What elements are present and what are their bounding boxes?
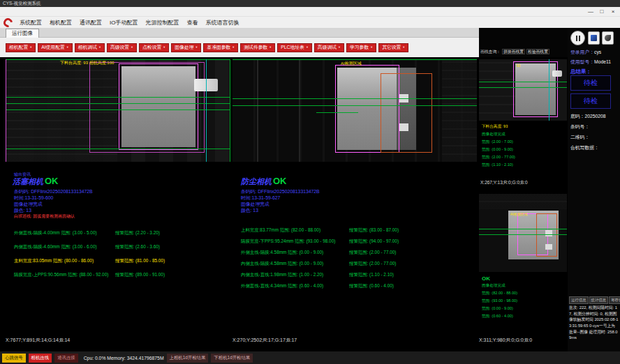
status-bar: 心跳信号 相机连线 通讯连接 Cpu: 0.0% Memory: 3424.41… xyxy=(0,351,620,364)
toolbar-button-advanced-debug[interactable]: 高级调试▼ xyxy=(314,43,344,52)
overlay-label: 93 xyxy=(517,63,521,68)
dropdown-icon: ▼ xyxy=(370,43,373,52)
alert-line: 白班巡线: 圆弧需要检测画面确认 xyxy=(14,213,75,220)
dropdown-icon: ▼ xyxy=(306,43,309,52)
result-text-line: 范围: (0.00 - 9.00) xyxy=(482,306,513,312)
machine-structure xyxy=(257,59,258,162)
center-camera-image[interactable]: AI检测区域 xyxy=(232,59,477,162)
login-user-label: 登录用户： xyxy=(570,50,594,54)
toolbar-button-image-process[interactable]: 图像处理▼ xyxy=(171,43,201,52)
write-data-label: 合机写数据： xyxy=(570,145,599,150)
calibration-button[interactable] xyxy=(588,31,600,45)
maximize-button[interactable]: □ xyxy=(596,7,607,17)
measure-line-overlay xyxy=(479,82,567,82)
measurement-row: 外侧直线-隔膜-4.00mm 范围: (3.00 - 5.00)报警范围: (2… xyxy=(14,230,160,236)
date-code-value: 20250208 xyxy=(584,114,605,119)
measure-line-overlay xyxy=(232,59,477,60)
menu-item-light-control[interactable]: 光源控制配置 xyxy=(145,19,179,26)
measure-line-overlay xyxy=(6,149,230,149)
result-status: OK xyxy=(45,176,59,186)
tool-button[interactable] xyxy=(602,31,614,45)
menu-item-camera-config[interactable]: 相机配置 xyxy=(50,19,72,26)
measure-line-overlay xyxy=(6,97,230,98)
pixel-coordinates: X:267;Y:13;R:0;G:0;B:0 xyxy=(480,180,528,185)
result-text-line: 范围: (2.00 - 77.00) xyxy=(482,155,515,160)
date-code-row: 底码：20250208 xyxy=(570,113,606,120)
toolbar-button-plc-address[interactable]: PLC地址表▼ xyxy=(277,43,312,52)
titlebar: CYS-视觉检测系统 xyxy=(0,0,620,7)
dropdown-icon: ▼ xyxy=(402,43,405,52)
toolbar-button-ai-config[interactable]: AI使用配置▼ xyxy=(38,43,73,52)
draw-query-label: 画线查询： xyxy=(480,50,501,54)
window-control-strip: — □ × xyxy=(0,7,620,17)
result-box-1: 待检 xyxy=(570,75,611,91)
left-camera-image[interactable]: 下料台高度: 93 相机高度:100 xyxy=(6,59,230,162)
camera-name: 活塞相机 xyxy=(13,177,43,185)
measure-line-overlay xyxy=(206,59,207,162)
toolbar-button-other-settings[interactable]: 其它设置▼ xyxy=(378,43,408,52)
cpu-memory-status: Cpu: 0.0% Memory: 3424.41796875M xyxy=(84,356,164,361)
qr-code-row: 二维码： xyxy=(570,134,589,141)
result-status: OK xyxy=(482,275,490,282)
tab-run-image[interactable]: 运行图像 xyxy=(6,29,39,38)
menu-item-io-manual[interactable]: IO手动配置 xyxy=(110,19,138,26)
camera-result-title: 防尘相机OK xyxy=(241,176,287,187)
measurement-row: 隔膜宽度-下PPS:95.24mm 范围: (93.00 - 98.00)报警范… xyxy=(241,238,399,245)
write-data-row: 合机写数据： xyxy=(570,144,599,151)
info-tabs: 运行信息 统计信息 寄存信息 xyxy=(569,296,620,304)
measurement-row: 内侧主线-直线:1.98mm 范围: (1.00 - 2.20)报警范围: (1… xyxy=(241,272,394,278)
measure-line-overlay xyxy=(232,98,477,99)
measurement-row: 外侧直线-直线:4.34mm 范围: (0.60 - 4.00)报警范围: (0… xyxy=(241,283,394,289)
close-button[interactable]: × xyxy=(607,7,619,17)
dropdown-icon: ▼ xyxy=(338,43,341,52)
heartbeat-status-badge: 心跳信号 xyxy=(2,354,26,363)
toolbar-button-camera-debug[interactable]: 相机调试▼ xyxy=(75,43,105,52)
menu-item-language[interactable]: 系统语言切换 xyxy=(205,19,239,26)
draw-line-button-2[interactable]: 检验画线置 xyxy=(526,49,549,54)
camera-result-title: 活塞相机OK xyxy=(13,176,59,187)
toolbar-button-test-piece-params[interactable]: 测试件参数▼ xyxy=(240,43,275,52)
roi-box xyxy=(513,61,558,117)
menu-item-view[interactable]: 查看 xyxy=(186,19,198,26)
measure-line-overlay xyxy=(479,234,567,235)
result-text-line: 范围: (0.60 - 4.00) xyxy=(482,314,513,319)
toolbar-button-camera-config[interactable]: 相机配置▼ xyxy=(6,43,36,52)
tab-stat-info[interactable]: 统计信息 xyxy=(589,296,609,304)
result-status: OK xyxy=(273,176,287,186)
menu-item-system-config[interactable]: 系统配置 xyxy=(20,19,42,26)
small-camera-image-bottom[interactable]: AI检测区域 xyxy=(479,194,567,272)
pause-icon xyxy=(576,36,577,41)
draw-line-button-1[interactable]: 拼接画线置 xyxy=(502,49,525,54)
toolbar-button-advanced-settings[interactable]: 高级设置▼ xyxy=(107,43,137,52)
window-controls: — □ × xyxy=(585,7,619,17)
overlay-label: 下料台高度: 93 相机高度:100 xyxy=(60,60,114,66)
center-camera-view: AI检测区域 防尘相机OK 条码码: DFFlinx20250208133134… xyxy=(232,57,477,351)
result-text-line: 下料台高度: 93 xyxy=(482,124,508,130)
toolbar-button-base-image-params[interactable]: 基准图参数▼ xyxy=(203,43,238,52)
toolbar-button-spot-check[interactable]: 点检设置▼ xyxy=(139,43,169,52)
minimize-button[interactable]: — xyxy=(585,7,596,17)
pause-button[interactable] xyxy=(570,31,585,45)
toolbar-button-learning-params[interactable]: 学习参数▼ xyxy=(346,43,376,52)
result-text-line: 范围: (2.00 - 7.00) xyxy=(482,139,513,145)
comm-link-status-badge: 通讯连接 xyxy=(54,354,78,363)
dropdown-icon: ▼ xyxy=(232,43,235,52)
tab-register-info[interactable]: 寄存信息 xyxy=(609,296,620,304)
dropdown-icon: ▼ xyxy=(163,43,165,52)
measurement-row: 隔膜宽度-上PPS:90.56mm 范围: (88.00 - 92.00)报警范… xyxy=(14,272,165,278)
date-code-label: 底码： xyxy=(570,114,584,119)
menu-item-comm-config[interactable]: 通讯配置 xyxy=(80,19,102,26)
tab-run-info[interactable]: 运行信息 xyxy=(569,296,589,304)
overlay-label: AI检测区域 xyxy=(341,61,362,67)
barcode-number-label: 条码号： xyxy=(570,124,589,129)
measure-line-overlay xyxy=(549,59,549,121)
roi-edge-overlay xyxy=(6,59,6,162)
machine-structure xyxy=(442,59,477,162)
dropdown-icon: ▼ xyxy=(269,43,272,52)
machine-structure xyxy=(479,194,567,209)
small-camera-image-top[interactable]: 93 xyxy=(479,59,567,121)
left-camera-view: 下料台高度: 93 相机高度:100 输出资讯 活塞相机OK 条码码: DFFl… xyxy=(6,57,230,351)
pixel-coordinates: X:311;Y:980;R:0;G:0;B:0 xyxy=(479,338,532,342)
total-result-row: 总结果： xyxy=(570,68,591,75)
connector-part xyxy=(552,70,562,77)
